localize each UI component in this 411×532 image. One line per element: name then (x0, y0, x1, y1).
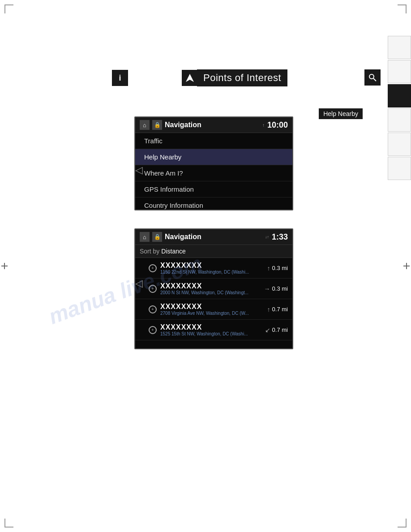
poi-distance-1: ↑ 0.3 mi (267, 265, 288, 272)
poi-distance-4: ↙ 0.7 mi (265, 326, 288, 334)
poi-name-1: XXXXXXXX (160, 262, 267, 270)
poi-icon-4: + (149, 326, 157, 334)
nav-header-1: ⌂ 🔒 Navigation ↑ 10:00 (135, 117, 292, 133)
corner-mark-tl (4, 4, 13, 13)
poi-info-2: XXXXXXXX 2000 N St NW, Washington, DC (W… (160, 282, 264, 295)
poi-arrow-3: ↑ (267, 306, 270, 313)
nav-home-icon-1: ⌂ (140, 120, 150, 130)
poi-address-4: 1525 15th St NW, Washington, DC (Washi..… (160, 331, 250, 336)
poi-name-3: XXXXXXXX (160, 303, 267, 311)
poi-dist-val-2: 0.3 mi (272, 285, 288, 292)
corner-mark-bl (4, 519, 13, 528)
poi-icon-3: + (149, 305, 157, 313)
nav-signal-1: ↑ (262, 123, 265, 128)
sort-value: Distance (161, 248, 185, 255)
poi-info-3: XXXXXXXX 2708 Virginia Ave NW, Washingto… (160, 303, 267, 316)
nav-menu-list-1: Traffic Help Nearby Where Am I? GPS Info… (135, 133, 292, 210)
sort-bar: Sort by Distance (135, 245, 292, 258)
nav-time-2: 1:33 (272, 232, 288, 242)
sidebar-tab-1[interactable] (388, 36, 411, 59)
nav-screen-2: ⌂ 🔒 Navigation ↓↑ 1:33 Sort by Distance … (134, 228, 293, 349)
map-arrow-icon (185, 73, 195, 83)
poi-address-3: 2708 Virginia Ave NW, Washington, DC (W.… (160, 311, 250, 316)
sidebar-tab-6[interactable] (388, 157, 411, 180)
poi-info-4: XXXXXXXX 1525 15th St NW, Washington, DC… (160, 323, 265, 336)
search-icon-box[interactable] (364, 69, 381, 86)
info-icon-box: i (112, 70, 128, 86)
poi-result-2[interactable]: + XXXXXXXX 2000 N St NW, Washington, DC … (135, 279, 292, 299)
poi-info-1: XXXXXXXX 1150 22nd St NW, Washington, DC… (160, 262, 267, 275)
poi-dist-val-1: 0.3 mi (272, 265, 288, 271)
cross-mark-right (403, 263, 410, 269)
nav-time-1: 10:00 (267, 120, 288, 130)
nav-screen-1: ⌂ 🔒 Navigation ↑ 10:00 Traffic Help Near… (134, 116, 293, 210)
nav-lock-icon-2: 🔒 (152, 232, 162, 242)
nav-menu-where-am-i[interactable]: Where Am I? (135, 165, 292, 181)
svg-line-2 (373, 78, 376, 81)
sidebar-tab-3[interactable] (388, 84, 411, 107)
nav-menu-gps-info[interactable]: GPS Information (135, 181, 292, 197)
sort-label: Sort by (140, 248, 159, 255)
info-icon: i (119, 73, 121, 83)
poi-dist-val-3: 0.7 mi (272, 306, 288, 313)
nav-menu-help-nearby[interactable]: Help Nearby (135, 149, 292, 165)
nav-home-icon-2: ⌂ (140, 232, 150, 242)
cross-mark-left (1, 263, 8, 269)
nav-back-arrow-1[interactable]: ◁ (135, 164, 143, 176)
help-nearby-badge: Help Nearby (319, 108, 363, 119)
poi-results-list: + XXXXXXXX 1150 22nd St NW, Washington, … (135, 258, 292, 340)
nav-menu-country-info[interactable]: Country Information (135, 197, 292, 210)
svg-marker-0 (186, 74, 194, 82)
poi-result-4[interactable]: + XXXXXXXX 1525 15th St NW, Washington, … (135, 320, 292, 340)
poi-address-1: 1150 22nd St NW, Washington, DC (Washi..… (160, 270, 250, 275)
poi-distance-2: → 0.3 mi (264, 285, 288, 292)
poi-icon-1: + (149, 264, 157, 272)
map-icon-box (182, 70, 198, 86)
corner-mark-br (398, 519, 407, 528)
sidebar-tabs (388, 36, 411, 180)
nav-title-2: Navigation (165, 233, 265, 241)
icon-row: i Points of Interest (103, 69, 390, 86)
poi-name-2: XXXXXXXX (160, 282, 264, 290)
poi-arrow-4: ↙ (265, 326, 270, 334)
nav-header-2: ⌂ 🔒 Navigation ↓↑ 1:33 (135, 229, 292, 245)
sidebar-tab-2[interactable] (388, 60, 411, 83)
poi-dist-val-4: 0.7 mi (272, 326, 288, 333)
nav-menu-traffic[interactable]: Traffic (135, 133, 292, 149)
poi-title: Points of Interest (197, 69, 287, 86)
poi-address-2: 2000 N St NW, Washington, DC (Washingt..… (160, 290, 250, 295)
nav-lock-icon-1: 🔒 (152, 120, 162, 130)
sidebar-tab-5[interactable] (388, 133, 411, 156)
corner-mark-tr (398, 4, 407, 13)
poi-distance-3: ↑ 0.7 mi (267, 306, 288, 313)
poi-icon-2: + (149, 285, 157, 293)
poi-result-3[interactable]: + XXXXXXXX 2708 Virginia Ave NW, Washing… (135, 299, 292, 320)
nav-signal-2: ↓↑ (265, 235, 269, 239)
sidebar-tab-4[interactable] (388, 108, 411, 132)
nav-back-arrow-2[interactable]: ◁ (135, 278, 143, 289)
poi-arrow-2: → (264, 285, 270, 292)
poi-arrow-1: ↑ (267, 265, 270, 272)
poi-section: i Points of Interest Help Nearby (103, 69, 390, 103)
search-icon (368, 73, 377, 82)
svg-point-1 (369, 74, 374, 79)
poi-result-1[interactable]: + XXXXXXXX 1150 22nd St NW, Washington, … (135, 258, 292, 279)
nav-title-1: Navigation (165, 121, 262, 129)
poi-name-4: XXXXXXXX (160, 323, 265, 331)
